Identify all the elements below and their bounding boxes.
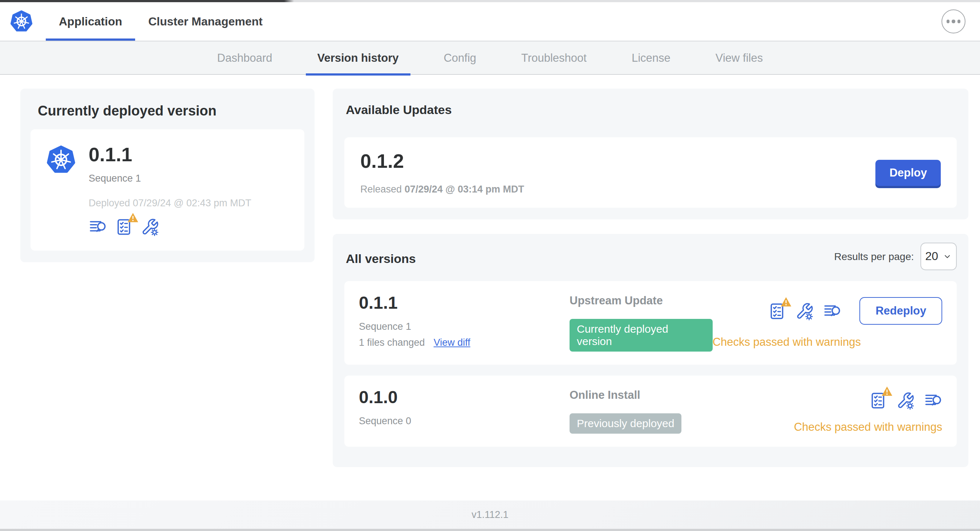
results-per-page-label: Results per page: [834,251,914,262]
deployed-sequence: Sequence 1 [89,173,251,184]
config-tools-icon[interactable] [795,302,814,320]
console-version: v1.112.1 [471,509,509,520]
config-tools-icon[interactable] [896,391,915,410]
app-sub-nav: Dashboard Version history Config Trouble… [0,41,980,75]
version-row: 0.1.1 Sequence 1 1 files changedView dif… [344,281,957,365]
preflight-checks-warning-icon[interactable] [768,302,786,320]
logs-search-icon[interactable] [924,391,942,410]
chevron-down-icon [943,252,952,261]
deployed-version-number: 0.1.1 [89,144,251,166]
currently-deployed-panel: Currently deployed version 0.1.1 Sequenc… [20,89,315,262]
admin-console: Application Cluster Management Dashboard… [0,0,980,531]
logs-search-icon[interactable] [89,218,107,236]
ellipsis-icon [947,20,950,23]
tab-dashboard[interactable]: Dashboard [216,41,274,75]
checks-status[interactable]: Checks passed with warnings [794,421,942,434]
console-footer: v1.112.1 [0,501,980,531]
results-per-page-select[interactable]: 20 [920,243,957,270]
preflight-checks-warning-icon[interactable] [869,391,887,410]
ellipsis-menu-button[interactable] [942,10,966,33]
row-sequence: Sequence 0 [359,415,570,426]
status-badge: Currently deployed version [570,319,713,351]
row-files-changed: 1 files changedView diff [359,337,570,348]
all-versions-panel: All versions Results per page: 20 0.1.1 … [333,234,968,467]
kubernetes-logo-icon [10,10,33,33]
version-row: 0.1.0 Sequence 0 Online Install Previous… [344,375,957,447]
logs-search-icon[interactable] [823,302,841,320]
config-tools-icon[interactable] [141,218,159,236]
tab-view-files[interactable]: View files [714,41,764,75]
top-nav-bar: Application Cluster Management [0,2,980,41]
kubernetes-app-icon [46,145,76,174]
row-version-number: 0.1.0 [359,387,570,407]
deploy-button[interactable]: Deploy [876,159,941,186]
tab-version-history[interactable]: Version history [316,41,400,75]
all-versions-title: All versions [344,246,417,267]
tab-cluster-management[interactable]: Cluster Management [135,2,276,41]
status-badge: Previously deployed [570,413,682,434]
row-sequence: Sequence 1 [359,321,570,332]
row-source: Upstream Update [570,294,713,307]
deployed-timestamp: Deployed 07/29/24 @ 02:43 pm MDT [89,197,251,208]
currently-deployed-title: Currently deployed version [30,97,304,119]
warning-triangle-icon [127,212,139,223]
warning-triangle-icon [881,386,893,397]
tab-application[interactable]: Application [46,2,135,41]
preflight-checks-warning-icon[interactable] [115,218,133,236]
update-version-number: 0.1.2 [360,150,524,173]
available-updates-panel: Available Updates 0.1.2 Released 07/29/2… [333,89,968,219]
tab-troubleshoot[interactable]: Troubleshoot [520,41,588,75]
row-source: Online Install [570,389,794,402]
top-nav-tabs: Application Cluster Management [46,2,276,41]
view-diff-link[interactable]: View diff [434,337,470,348]
redeploy-button[interactable]: Redeploy [859,297,942,325]
update-released-timestamp: Released 07/29/24 @ 03:14 pm MDT [360,184,524,195]
version-history-page: Currently deployed version 0.1.1 Sequenc… [0,75,980,467]
available-update-card: 0.1.2 Released 07/29/24 @ 03:14 pm MDT D… [344,137,957,208]
warning-triangle-icon [780,296,792,307]
tab-license[interactable]: License [630,41,672,75]
tab-config[interactable]: Config [442,41,478,75]
checks-status[interactable]: Checks passed with warnings [713,335,942,349]
row-version-number: 0.1.1 [359,293,570,313]
available-updates-title: Available Updates [344,97,957,118]
currently-deployed-card: 0.1.1 Sequence 1 Deployed 07/29/24 @ 02:… [30,129,304,251]
